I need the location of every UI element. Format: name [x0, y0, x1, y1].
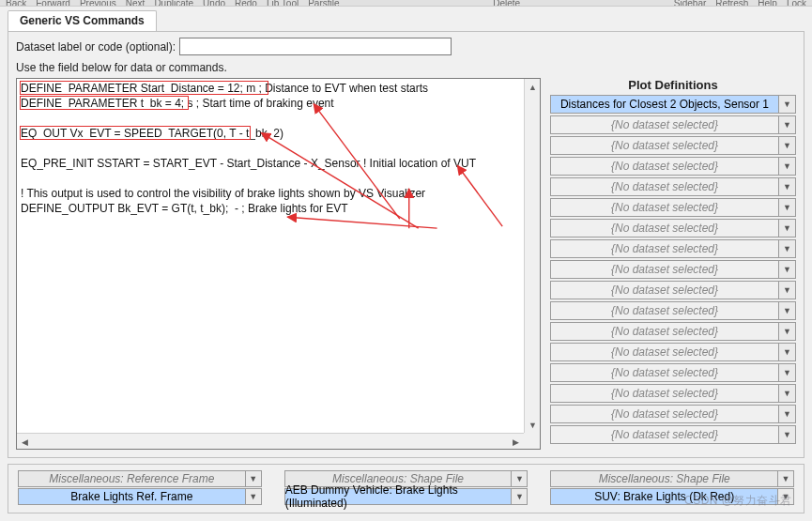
- main-panel: Dataset label or code (optional): Use th…: [8, 31, 804, 458]
- chevron-down-icon[interactable]: ▼: [778, 488, 794, 505]
- plot-row: {No dataset selected}▼: [550, 157, 796, 176]
- plot-row: {No dataset selected}▼: [550, 281, 796, 299]
- chevron-down-icon[interactable]: ▼: [779, 136, 796, 155]
- chevron-down-icon[interactable]: ▼: [779, 198, 796, 217]
- plot-item-empty[interactable]: {No dataset selected}: [550, 136, 779, 155]
- scroll-right-icon[interactable]: ▶: [508, 434, 524, 450]
- menu-item[interactable]: Redo: [235, 0, 257, 7]
- slot-value[interactable]: AEB Dummy Vehicle: Brake Lights (Illumin…: [284, 488, 513, 505]
- chevron-down-icon[interactable]: ▼: [779, 343, 796, 361]
- linked-datasets-panel: Miscellaneous: Reference Frame ▼ Brake L…: [8, 464, 804, 513]
- chevron-down-icon[interactable]: ▼: [779, 239, 796, 258]
- chevron-down-icon[interactable]: ▼: [779, 281, 796, 299]
- menu-item[interactable]: Undo: [203, 0, 225, 7]
- plot-item-empty[interactable]: {No dataset selected}: [550, 363, 779, 382]
- menu-item[interactable]: Lib Tool: [267, 0, 299, 7]
- chevron-down-icon[interactable]: ▼: [779, 301, 796, 320]
- plot-row: {No dataset selected}▼: [550, 384, 796, 403]
- plot-item-empty[interactable]: {No dataset selected}: [550, 322, 779, 341]
- plot-definitions-panel: Plot Definitions Distances for Closest 2…: [550, 78, 796, 444]
- slot-header: Miscellaneous: Shape File: [550, 470, 778, 487]
- tab-bar: Generic VS Commands: [0, 7, 812, 31]
- menu-item[interactable]: Next: [126, 0, 146, 7]
- menu-item[interactable]: Previous: [80, 0, 116, 7]
- plot-row: {No dataset selected}▼: [550, 177, 796, 196]
- plot-row: {No dataset selected}▼: [550, 136, 796, 155]
- menu-item[interactable]: Help: [758, 0, 777, 7]
- chevron-down-icon[interactable]: ▼: [779, 260, 796, 279]
- scroll-up-icon[interactable]: ▲: [525, 79, 541, 95]
- slot-value[interactable]: Brake Lights Ref. Frame: [18, 488, 246, 505]
- menu-item[interactable]: Forward: [36, 0, 70, 7]
- plot-row: {No dataset selected}▼: [550, 322, 796, 341]
- chevron-down-icon[interactable]: ▼: [779, 95, 796, 114]
- slot-shape-file-2: Miscellaneous: Shape File ▼ SUV: Brake L…: [550, 470, 794, 505]
- menu-item[interactable]: Duplicate: [154, 0, 193, 7]
- plot-row: {No dataset selected}▼: [550, 239, 796, 258]
- plot-item-empty[interactable]: {No dataset selected}: [550, 115, 779, 134]
- slot-reference-frame: Miscellaneous: Reference Frame ▼ Brake L…: [18, 470, 262, 505]
- chevron-down-icon[interactable]: ▼: [779, 363, 796, 382]
- plot-item-empty[interactable]: {No dataset selected}: [550, 405, 779, 423]
- plot-row: {No dataset selected}▼: [550, 363, 796, 382]
- dataset-code-input[interactable]: [179, 38, 452, 55]
- plot-row: {No dataset selected}▼: [550, 405, 796, 423]
- chevron-down-icon[interactable]: ▼: [246, 488, 262, 505]
- chevron-down-icon[interactable]: ▼: [779, 322, 796, 341]
- plot-row: Distances for Closest 2 Objects, Sensor …: [550, 95, 796, 114]
- slot-shape-file-1: Miscellaneous: Shape File ▼ AEB Dummy Ve…: [284, 470, 529, 505]
- plot-item-empty[interactable]: {No dataset selected}: [550, 301, 779, 320]
- scrollbar-corner: [524, 433, 540, 449]
- chevron-down-icon[interactable]: ▼: [779, 384, 796, 403]
- plot-item-empty[interactable]: {No dataset selected}: [550, 425, 779, 444]
- chevron-down-icon[interactable]: ▼: [779, 157, 796, 176]
- plot-row: {No dataset selected}▼: [550, 425, 796, 444]
- chevron-down-icon[interactable]: ▼: [779, 115, 796, 134]
- plot-row: {No dataset selected}▼: [550, 260, 796, 279]
- chevron-down-icon[interactable]: ▼: [246, 470, 262, 487]
- command-editor[interactable]: DEFINE_PARAMETER Start_Distance = 12; m …: [16, 78, 541, 450]
- chevron-down-icon[interactable]: ▼: [512, 488, 528, 505]
- chevron-down-icon[interactable]: ▼: [778, 470, 794, 487]
- plot-item-empty[interactable]: {No dataset selected}: [550, 219, 779, 238]
- chevron-down-icon[interactable]: ▼: [779, 425, 796, 444]
- slot-header: Miscellaneous: Reference Frame: [18, 470, 246, 487]
- plot-row: {No dataset selected}▼: [550, 115, 796, 134]
- plot-row: {No dataset selected}▼: [550, 198, 796, 217]
- plot-item-empty[interactable]: {No dataset selected}: [550, 239, 779, 258]
- menu-item[interactable]: Parsfile: [308, 0, 339, 7]
- chevron-down-icon[interactable]: ▼: [512, 470, 528, 487]
- scroll-left-icon[interactable]: ◀: [17, 434, 33, 450]
- plot-row: {No dataset selected}▼: [550, 301, 796, 320]
- menu-item[interactable]: Refresh: [715, 0, 748, 7]
- menu-item[interactable]: Delete: [493, 0, 520, 7]
- menu-item[interactable]: Sidebar: [674, 0, 706, 7]
- scrollbar-horizontal[interactable]: ◀ ▶: [17, 433, 524, 449]
- chevron-down-icon[interactable]: ▼: [779, 177, 796, 196]
- chevron-down-icon[interactable]: ▼: [779, 219, 796, 238]
- tab-generic-vs-commands[interactable]: Generic VS Commands: [8, 10, 157, 31]
- scrollbar-vertical[interactable]: ▲ ▼: [524, 79, 540, 433]
- plot-item-empty[interactable]: {No dataset selected}: [550, 281, 779, 299]
- editor-content[interactable]: DEFINE_PARAMETER Start_Distance = 12; m …: [17, 79, 524, 433]
- field-hint: Use the field below for data or commands…: [16, 61, 796, 74]
- chevron-down-icon[interactable]: ▼: [779, 405, 796, 423]
- plot-item-empty[interactable]: {No dataset selected}: [550, 177, 779, 196]
- dataset-label-text: Dataset label or code (optional):: [16, 40, 176, 54]
- plot-row: {No dataset selected}▼: [550, 219, 796, 238]
- plot-item-empty[interactable]: {No dataset selected}: [550, 198, 779, 217]
- menu-item[interactable]: Lock: [787, 0, 806, 7]
- plot-definitions-title: Plot Definitions: [550, 78, 796, 92]
- slot-value[interactable]: SUV: Brake Lights (Dk Red): [550, 488, 778, 505]
- plot-item-empty[interactable]: {No dataset selected}: [550, 157, 779, 176]
- plot-item-empty[interactable]: {No dataset selected}: [550, 260, 779, 279]
- scroll-down-icon[interactable]: ▼: [525, 417, 541, 433]
- menu-item[interactable]: Back: [6, 0, 26, 7]
- plot-item-empty[interactable]: {No dataset selected}: [550, 343, 779, 361]
- menubar: Back Forward Previous Next Duplicate Und…: [0, 0, 812, 7]
- plot-item-empty[interactable]: {No dataset selected}: [550, 384, 779, 403]
- plot-item-active[interactable]: Distances for Closest 2 Objects, Sensor …: [550, 95, 779, 114]
- plot-row: {No dataset selected}▼: [550, 343, 796, 361]
